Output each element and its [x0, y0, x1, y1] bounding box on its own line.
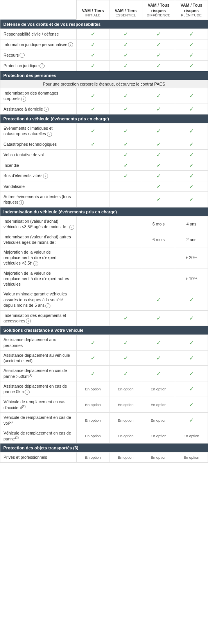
table-body: Défense de vos droits et de vos responsa…: [0, 20, 208, 462]
check-icon: ✓: [156, 370, 161, 377]
cell-col2-row1: ✓: [77, 139, 109, 149]
check-icon: ✓: [156, 162, 161, 168]
cell-col4-row2: [142, 247, 175, 268]
cell-col5-row2: ✓: [175, 50, 208, 60]
info-icon[interactable]: i: [33, 261, 38, 266]
cell-col4-row0: ✓: [142, 88, 175, 104]
cell-col5-row0: ✓: [175, 123, 208, 139]
option-text: En option: [151, 418, 166, 422]
check-icon: ✓: [189, 162, 194, 168]
cell-col5-row3: + 10%: [175, 268, 208, 289]
check-icon: ✓: [124, 31, 128, 37]
row-label: Recoursi: [0, 50, 77, 60]
option-text: En option: [183, 434, 199, 438]
info-icon[interactable]: i: [69, 225, 74, 230]
cell-col2-row3: En option: [77, 381, 109, 397]
superscript: (2): [15, 436, 19, 439]
check-icon: ✓: [156, 152, 161, 158]
cell-col3-row2: ✓: [109, 366, 142, 381]
header-col2-sub: INITIALE: [78, 13, 108, 18]
cell-col3-row1: ✓: [109, 139, 142, 149]
check-icon: ✓: [156, 315, 161, 321]
table-row: Majoration de la valeur de remplacement …: [0, 268, 208, 289]
cell-col4-row2: ✓: [142, 149, 175, 160]
cell-col4-row1: ✓: [142, 139, 175, 149]
cell-col2-row5: [77, 181, 109, 191]
info-icon[interactable]: i: [44, 107, 49, 112]
row-label: Autres événements accidentels (tous risq…: [0, 191, 77, 207]
cell-col2-row1: ✓: [77, 104, 109, 114]
section-header-1: Protection des personnes: [0, 71, 208, 80]
table-row: Catastrophes technologiques✓✓✓✓: [0, 139, 208, 149]
table-row: Véhicule de remplacement en cas de panne…: [0, 428, 208, 444]
info-icon[interactable]: i: [26, 318, 31, 324]
cell-col3-row4: En option: [109, 397, 142, 412]
info-icon[interactable]: i: [21, 97, 26, 102]
row-label: Véhicule de remplacement en cas de vol(2…: [0, 412, 77, 428]
table-row: Recoursi✓✓✓✓: [0, 50, 208, 60]
cell-col2-row0: ✓: [77, 88, 109, 104]
check-icon: ✓: [156, 340, 161, 346]
check-icon: ✓: [91, 31, 95, 37]
check-icon: ✓: [189, 196, 194, 202]
check-icon: ✓: [189, 340, 194, 346]
cell-col4-row3: [142, 268, 175, 289]
cell-col5-row1: 2 ans: [175, 232, 208, 247]
cell-col3-row6: [109, 191, 142, 207]
cell-col2-row4: [77, 289, 109, 310]
table-header: VAM / Tiers INITIALE VAM / Tiers ESSENTI…: [0, 0, 208, 20]
option-text: En option: [85, 387, 100, 391]
info-icon[interactable]: i: [43, 174, 48, 179]
check-icon: ✓: [124, 141, 128, 147]
cell-col4-row5: ✓: [142, 310, 175, 326]
cell-col2-row5: En option: [77, 412, 109, 428]
cell-col5-row3: ✓: [175, 381, 208, 397]
header-col5-title: VAM / Tous risques: [181, 3, 203, 13]
table-row: Privés et professionnelsEn optionEn opti…: [0, 453, 208, 462]
header-col5-sub: PLÉNITUDE: [177, 13, 206, 18]
header-col4: VAM / Tous risques DIFFÉRENCE: [142, 0, 175, 20]
check-icon: ✓: [156, 141, 161, 147]
info-icon[interactable]: i: [25, 390, 30, 395]
row-label: Véhicule de remplacement en cas d'accide…: [0, 397, 77, 412]
superscript: (2): [22, 404, 26, 408]
cell-col5-row1: ✓: [175, 350, 208, 365]
info-icon[interactable]: i: [19, 200, 24, 205]
cell-col4-row1: 6 mois: [142, 232, 175, 247]
cell-col3-row0: [109, 216, 142, 232]
row-label: Catastrophes technologiques: [0, 139, 77, 149]
option-text: En option: [118, 455, 133, 460]
section-label: Protection du véhicule (événements pris …: [0, 114, 208, 123]
cell-col2-row6: [77, 191, 109, 207]
cell-col5-row0: ✓: [175, 88, 208, 104]
info-icon[interactable]: i: [20, 53, 25, 58]
cell-col3-row5: [109, 181, 142, 191]
info-icon[interactable]: i: [68, 42, 73, 47]
cell-col3-row3: ✓: [109, 60, 142, 71]
cell-col4-row0: ✓: [142, 123, 175, 139]
check-icon: ✓: [156, 297, 161, 303]
row-label: Bris d'éléments vitrési: [0, 170, 77, 181]
check-icon: ✓: [91, 41, 95, 48]
cell-col2-row6: En option: [77, 428, 109, 444]
cell-col2-row4: [77, 170, 109, 181]
cell-col5-row6: ✓: [175, 191, 208, 207]
cell-value: + 10%: [185, 276, 197, 281]
info-icon[interactable]: i: [47, 132, 52, 137]
check-icon: ✓: [91, 370, 95, 377]
cell-col3-row6: En option: [109, 428, 142, 444]
header-col3-sub: ESSENTIEL: [111, 13, 140, 18]
info-icon[interactable]: i: [39, 63, 45, 68]
table-row: Assistance déplacement en cas de panne 0…: [0, 381, 208, 397]
option-text: En option: [151, 455, 166, 460]
check-icon: ✓: [189, 63, 194, 69]
check-icon: ✓: [124, 41, 128, 48]
check-icon: ✓: [91, 63, 95, 69]
cell-value: 6 mois: [152, 237, 165, 242]
info-icon[interactable]: i: [45, 303, 50, 308]
superscript: (2): [9, 420, 13, 424]
row-label: Indemnisation (valeur d'achat) autres vé…: [0, 232, 77, 247]
section-header-3: Indemnisation du véhicule (événements pr…: [0, 207, 208, 216]
row-label: Indemnisation (valeur d'achat) véhicules…: [0, 216, 77, 232]
check-icon: ✓: [189, 386, 194, 392]
